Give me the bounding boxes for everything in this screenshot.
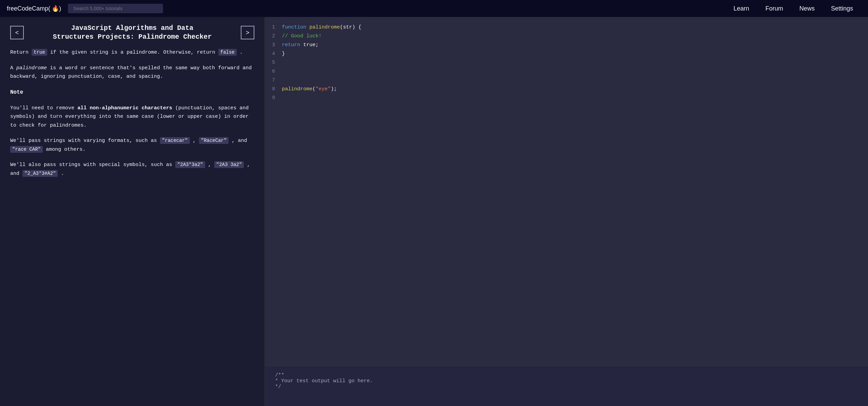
fn-name: palindrome	[309, 24, 340, 30]
desc-para-2: A palindrome is a word or sentence that'…	[10, 64, 254, 81]
code-racecar: "racecar"	[160, 137, 190, 144]
call-paren-close: );	[331, 86, 337, 92]
desc-para-note: You'll need to remove all non-alphanumer…	[10, 104, 254, 130]
return-val: true;	[303, 42, 319, 48]
desc-text-1: Return	[10, 50, 32, 55]
search-input[interactable]	[68, 4, 163, 13]
note-text-before: You'll need to remove	[10, 105, 77, 111]
desc-text-9: .	[61, 171, 64, 177]
line-num-8: 8	[265, 86, 282, 92]
code-line-2: 2 // Good luck!	[265, 33, 868, 41]
desc-text-6: We'll pass strings with varying formats,…	[10, 138, 160, 144]
desc-comma-3: ,	[208, 162, 214, 168]
challenge-nav: < JavaScript Algorithms and DataStructur…	[10, 24, 254, 41]
code-racecar2: "RaceCar"	[199, 137, 229, 144]
nav-settings[interactable]: Settings	[823, 0, 861, 17]
code-editor[interactable]: 1 function palindrome(str) { 2 // Good l…	[265, 17, 868, 365]
palindrome-italic: palindrome	[16, 65, 47, 71]
main-container: < JavaScript Algorithms and DataStructur…	[0, 17, 868, 406]
note-bold: all non-alphanumeric characters	[77, 105, 172, 111]
call-paren-open: (	[312, 86, 315, 92]
flame-icon: 🔥	[52, 5, 59, 12]
code-content-8: palindrome("eye");	[282, 86, 337, 92]
left-panel: < JavaScript Algorithms and DataStructur…	[0, 17, 265, 406]
nav-news[interactable]: News	[791, 0, 823, 17]
challenge-title: JavaScript Algorithms and DataStructures…	[24, 24, 241, 41]
line-num-1: 1	[265, 24, 282, 30]
prev-challenge-button[interactable]: <	[10, 26, 24, 39]
code-line-4: 4 }	[265, 50, 868, 59]
desc-text-8: We'll also pass strings with special sym…	[10, 162, 175, 168]
note-title: Note	[10, 89, 23, 95]
kw-return: return	[282, 42, 303, 48]
line-num-7: 7	[265, 77, 282, 83]
call-fn-name: palindrome	[282, 86, 312, 92]
desc-text-2: if the given string is a palindrome. Oth…	[50, 50, 218, 55]
navbar: freeCodeCamp( 🔥 ) Learn Forum News Setti…	[0, 0, 868, 17]
code-sym3: "2_A3*3#A2"	[22, 170, 58, 177]
nav-learn[interactable]: Learn	[725, 0, 757, 17]
code-racecar3: "race CAR"	[10, 146, 43, 153]
nav-links: Learn Forum News Settings	[725, 0, 861, 17]
brand-close: )	[59, 5, 61, 12]
brand-logo: freeCodeCamp( 🔥 )	[7, 5, 61, 12]
desc-text-4: A	[10, 65, 16, 71]
desc-para-note-title: Note	[10, 88, 254, 97]
line-num-6: 6	[265, 69, 282, 74]
code-false: false	[218, 49, 237, 56]
challenge-description: Return true if the given string is a pal…	[10, 48, 254, 178]
code-content-1: function palindrome(str) {	[282, 24, 361, 30]
code-line-5: 5	[265, 59, 868, 68]
code-line-6: 6	[265, 68, 868, 77]
code-line-9: 9	[265, 94, 868, 103]
desc-text-7: among others.	[46, 147, 86, 152]
code-line-1: 1 function palindrome(str) {	[265, 24, 868, 33]
right-panel: 1 function palindrome(str) { 2 // Good l…	[265, 17, 868, 406]
desc-para-1: Return true if the given string is a pal…	[10, 48, 254, 57]
fn-brace: ) {	[352, 24, 361, 30]
kw-function: function	[282, 24, 309, 30]
next-challenge-button[interactable]: >	[241, 26, 254, 39]
desc-comma-1: ,	[193, 138, 199, 144]
output-panel: /** * Your test output will go here. */	[265, 365, 868, 406]
code-sym1: "2A3*3a2"	[175, 161, 205, 168]
code-content-2: // Good luck!	[282, 33, 322, 39]
code-sym2: "2A3 3a2"	[214, 161, 244, 168]
code-line-7: 7	[265, 77, 868, 86]
line-num-4: 4	[265, 51, 282, 57]
brand-text: freeCodeCamp(	[7, 5, 50, 12]
code-line-8: 8 palindrome("eye");	[265, 86, 868, 94]
nav-forum[interactable]: Forum	[757, 0, 791, 17]
code-true: true	[32, 49, 47, 56]
line-num-3: 3	[265, 42, 282, 48]
output-line-3: */	[275, 384, 858, 390]
line-num-5: 5	[265, 60, 282, 66]
output-line-2: * Your test output will go here.	[275, 378, 858, 384]
code-content-3: return true;	[282, 42, 319, 48]
desc-text-3: .	[240, 50, 243, 55]
desc-para-3: We'll pass strings with varying formats,…	[10, 136, 254, 154]
code-line-3: 3 return true;	[265, 41, 868, 50]
line-num-9: 9	[265, 95, 282, 101]
line-num-2: 2	[265, 33, 282, 39]
output-line-1: /**	[275, 372, 858, 378]
code-content-4: }	[282, 51, 285, 57]
desc-para-4: We'll also pass strings with special sym…	[10, 161, 254, 178]
call-arg: "eye"	[315, 86, 331, 92]
fn-param: str	[343, 24, 352, 30]
fn-paren: (	[340, 24, 343, 30]
desc-comma-2: , and	[232, 138, 247, 144]
